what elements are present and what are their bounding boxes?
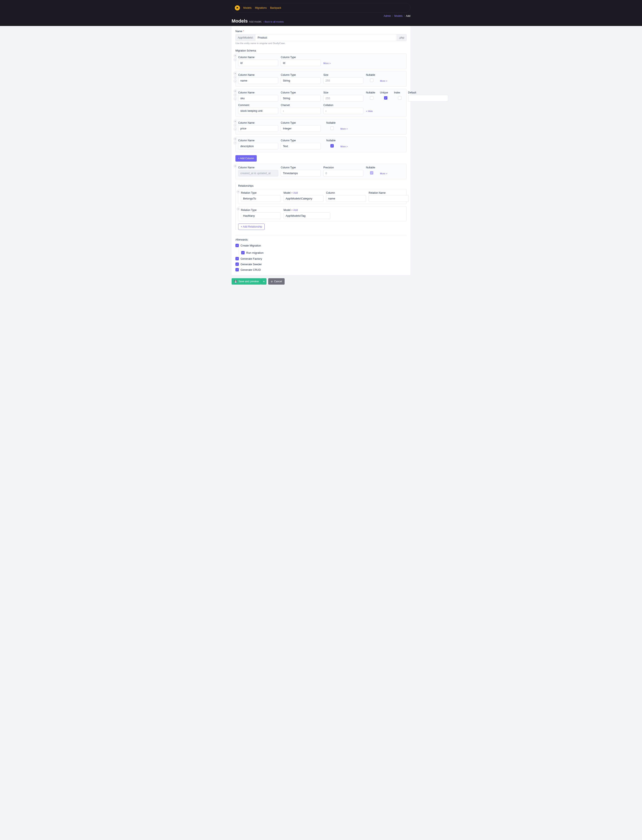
run-migration-label: Run migration xyxy=(246,251,264,255)
remove-col-btn[interactable]: × xyxy=(233,54,237,57)
rel-type-label: Relation Type xyxy=(241,191,281,195)
more-link[interactable]: More > xyxy=(340,123,348,130)
move-down-btn[interactable]: ↓ xyxy=(233,97,237,101)
col-type-label: Column Type xyxy=(281,122,321,124)
more-link[interactable]: More > xyxy=(340,141,348,148)
save-dropdown-button[interactable]: ▾ xyxy=(261,278,266,285)
breadcrumb-admin[interactable]: Admin xyxy=(384,15,391,18)
move-down-btn[interactable]: ↓ xyxy=(233,58,237,61)
col-type-select[interactable] xyxy=(281,125,321,132)
col-type-select[interactable] xyxy=(281,170,321,177)
save-button[interactable]: 💾 Save and preview xyxy=(232,278,261,285)
rel-type-select[interactable] xyxy=(241,195,281,202)
schema-col-name: × ↑ ↓ Column Name Column Type Size Nulla… xyxy=(235,71,407,87)
run-migration-checkbox[interactable] xyxy=(241,251,245,255)
add-model-link[interactable]: + Add xyxy=(291,209,298,212)
col-name-input[interactable] xyxy=(238,60,278,66)
size-input[interactable] xyxy=(323,95,363,102)
default-input[interactable] xyxy=(408,95,448,102)
col-type-select[interactable] xyxy=(281,77,321,84)
remove-col-btn[interactable]: × xyxy=(233,120,237,123)
charset-select[interactable] xyxy=(281,107,321,114)
rel-name-input[interactable] xyxy=(369,195,409,202)
nullable-label: Nullable xyxy=(366,73,378,76)
precision-input[interactable] xyxy=(323,170,363,177)
divider xyxy=(235,235,407,235)
collation-select[interactable] xyxy=(323,107,363,114)
col-name-input[interactable] xyxy=(238,77,278,84)
rel-model-label: Model + Add xyxy=(284,209,331,212)
add-model-link[interactable]: + Add xyxy=(291,191,298,195)
remove-rel-btn[interactable]: × xyxy=(237,190,240,193)
nullable-label: Nullable xyxy=(326,139,338,142)
rel-column-select[interactable] xyxy=(326,195,366,202)
col-name-label: Column Name xyxy=(238,91,278,94)
remove-col-btn[interactable]: × xyxy=(233,137,237,141)
move-up-btn[interactable]: ↑ xyxy=(233,76,237,79)
page-subtitle: Add model. xyxy=(249,20,262,23)
add-column-button[interactable]: + Add Column xyxy=(235,155,257,162)
col-name-label: Column Name xyxy=(238,56,278,59)
move-up-btn[interactable]: ↑ xyxy=(233,141,237,144)
col-type-select[interactable] xyxy=(281,95,321,102)
remove-col-btn[interactable]: × xyxy=(233,89,237,93)
remove-col-btn[interactable]: × xyxy=(233,72,237,75)
remove-rel-btn[interactable]: × xyxy=(237,208,240,211)
hide-link[interactable]: < Hide xyxy=(366,105,373,112)
name-suffix: .php xyxy=(397,34,406,41)
rel-type-select[interactable] xyxy=(241,212,281,219)
name-input-group: App\Models\ .php xyxy=(235,34,407,41)
more-link[interactable]: More > xyxy=(380,75,387,82)
move-up-btn[interactable]: ↑ xyxy=(233,123,237,127)
nullable-checkbox[interactable] xyxy=(370,96,373,100)
back-link[interactable]: ‹ Back to all models xyxy=(263,20,284,23)
breadcrumb-models[interactable]: Models xyxy=(394,15,403,18)
rel-model-select[interactable] xyxy=(284,195,324,202)
timestamps-name-input xyxy=(238,170,278,177)
unique-checkbox[interactable] xyxy=(384,96,387,100)
col-type-label: Column Type xyxy=(281,91,321,94)
schema-col-timestamps: × Column Name Column Type Precision Null… xyxy=(235,164,407,179)
rel-type-label: Relation Type xyxy=(241,209,281,212)
col-name-input[interactable] xyxy=(238,95,278,102)
schema-label: Migration Schema xyxy=(235,49,407,52)
generate-crud-checkbox[interactable] xyxy=(235,268,239,271)
index-checkbox[interactable] xyxy=(398,96,402,100)
nav-migrations[interactable]: Migrations xyxy=(255,6,267,10)
afterwards-heading: Afterwards: xyxy=(235,238,407,241)
relationships-section: Relationships × Relation Type Model + Ad… xyxy=(235,182,407,230)
remove-col-btn[interactable]: × xyxy=(233,164,237,168)
cancel-button[interactable]: ⊘ Cancel xyxy=(268,278,284,285)
size-input[interactable] xyxy=(323,77,363,84)
generate-factory-checkbox[interactable] xyxy=(235,257,239,260)
nullable-checkbox[interactable] xyxy=(331,126,334,130)
nullable-label: Nullable xyxy=(366,166,378,169)
top-nav: ⚑ Models Migrations Backpack xyxy=(232,3,410,13)
generate-seeder-checkbox[interactable] xyxy=(235,263,239,266)
name-input[interactable] xyxy=(255,34,396,41)
nullable-checkbox[interactable] xyxy=(331,144,334,148)
col-name-label: Column Name xyxy=(238,139,278,142)
charset-label: Charset xyxy=(281,104,321,107)
breadcrumb: Admin / Models / Add xyxy=(232,13,410,18)
nav-backpack[interactable]: Backpack xyxy=(270,6,281,10)
add-relationship-button[interactable]: + Add Relationship xyxy=(238,224,264,230)
move-down-btn[interactable]: ↓ xyxy=(233,127,237,131)
move-down-btn[interactable]: ↓ xyxy=(233,79,237,83)
size-label: Size xyxy=(323,91,363,94)
precision-label: Precision xyxy=(323,166,363,169)
move-up-btn[interactable]: ↑ xyxy=(233,93,237,97)
col-name-input[interactable] xyxy=(238,125,278,132)
more-link[interactable]: More > xyxy=(323,58,331,65)
col-type-select[interactable] xyxy=(281,143,321,149)
relationship-item: × Relation Type Model + Add Column xyxy=(238,189,407,204)
rel-model-select[interactable] xyxy=(284,212,331,219)
create-migration-checkbox[interactable] xyxy=(235,244,239,247)
more-link[interactable]: More > xyxy=(380,168,387,175)
nav-models[interactable]: Models xyxy=(243,6,251,10)
comment-input[interactable] xyxy=(238,107,278,114)
col-type-select[interactable] xyxy=(281,60,321,66)
nullable-checkbox[interactable] xyxy=(370,79,373,82)
schema-col-sku: × ↑ ↓ Column Name Column Type Size Nulla… xyxy=(235,89,407,117)
col-name-input[interactable] xyxy=(238,143,278,149)
